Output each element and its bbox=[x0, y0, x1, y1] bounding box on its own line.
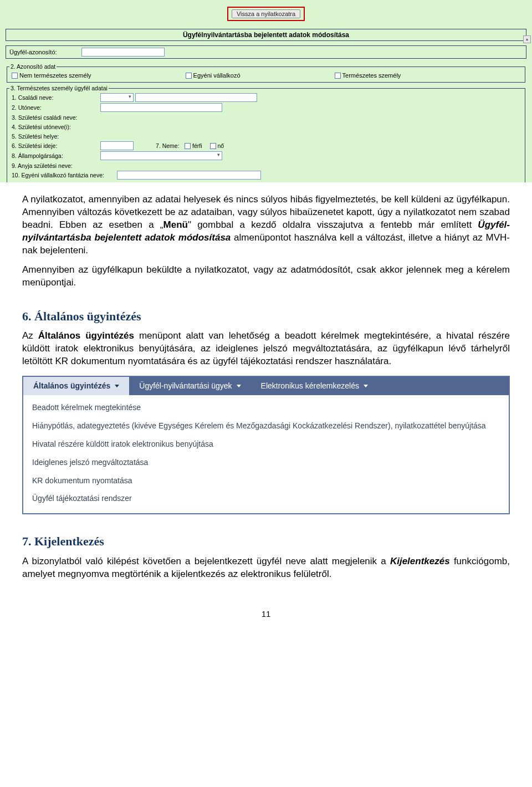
menu-screenshot: Általános ügyintézés Ügyfél-nyilvántartá… bbox=[22, 376, 510, 514]
cb-label: nő bbox=[218, 142, 224, 149]
chevron-down-icon bbox=[364, 385, 368, 387]
azonosito-adat-legend: 2. Azonosító adat bbox=[9, 63, 57, 70]
text-bold-menu: Menü bbox=[163, 219, 188, 230]
menu-item[interactable]: Ideiglenes jelszó megváltoztatása bbox=[23, 453, 509, 472]
label-utoneve: 2. Utóneve: bbox=[12, 104, 100, 111]
ugyfel-azonosito-label: Ügyfél-azonosító: bbox=[9, 49, 81, 55]
checkbox-icon bbox=[185, 143, 191, 149]
chevron-down-icon bbox=[115, 385, 119, 387]
label-anyja-neve: 9. Anyja születési neve: bbox=[12, 162, 100, 169]
paragraph-instructions: A nyilatkozatot, amennyiben az adatai he… bbox=[22, 193, 510, 257]
menu-item[interactable]: Hivatal részére küldött iratok elektroni… bbox=[23, 435, 509, 453]
ugyfel-azonosito-panel: Ügyfél-azonosító: bbox=[6, 45, 526, 59]
text-run: A bizonylatból való kilépést követően a … bbox=[22, 556, 390, 566]
tab-label: Elektronikus kérelemkezelés bbox=[261, 381, 359, 391]
ugyfel-azonosito-input[interactable] bbox=[81, 48, 165, 57]
page-number: 11 bbox=[22, 609, 510, 620]
label-neme: 7. Neme: bbox=[156, 142, 185, 149]
heading-kijelentkezes: 7. Kijelentkezés bbox=[22, 533, 510, 550]
text-run: " gombbal a kezdő oldalra visszajutva a … bbox=[188, 219, 478, 230]
tab-ugyfel-nyilvantartas[interactable]: Ügyfél-nyilvántartási ügyek bbox=[129, 377, 250, 395]
document-body: A nyilatkozatot, amennyiben az adatai he… bbox=[0, 182, 532, 642]
paragraph-altalanos: Az Általános ügyintézés menüpont alatt v… bbox=[22, 330, 510, 368]
cb-item-nem-termeszetes[interactable]: Nem természetes személy bbox=[12, 72, 91, 79]
menu-tabs: Általános ügyintézés Ügyfél-nyilvántartá… bbox=[23, 377, 509, 395]
panel-title-box: Ügyfélnyilvántartásba bejelentett adatok… bbox=[6, 29, 526, 41]
cb-item-termeszetes[interactable]: Természetes személy bbox=[335, 72, 401, 79]
csaladi-neve-input[interactable] bbox=[135, 93, 257, 102]
allampolgarsaga-select[interactable] bbox=[100, 151, 222, 160]
menu-item[interactable]: Ügyfél tájékoztatási rendszer bbox=[23, 489, 509, 508]
back-button[interactable]: Vissza a nyilatkozatra bbox=[232, 9, 300, 18]
tab-altalanos-ugyintezes[interactable]: Általános ügyintézés bbox=[23, 377, 129, 395]
checkbox-icon bbox=[335, 73, 341, 79]
tab-label: Ügyfél-nyilvántartási ügyek bbox=[139, 381, 232, 391]
fantazia-neve-input[interactable] bbox=[117, 171, 261, 180]
label-allampolgarsaga: 8. Állampolgársága: bbox=[12, 152, 100, 159]
scroll-up-icon[interactable]: ▴ bbox=[523, 35, 531, 43]
checkbox-icon bbox=[210, 143, 216, 149]
cb-label: férfi bbox=[192, 142, 202, 149]
cb-item-no[interactable]: nő bbox=[210, 142, 224, 149]
cb-item-egyeni-vallalkozo[interactable]: Egyéni vállalkozó bbox=[186, 72, 241, 79]
highlight-box: Vissza a nyilatkozatra bbox=[227, 7, 305, 21]
paragraph-note: Amennyiben az ügyfélkapun beküldte a nyi… bbox=[22, 264, 510, 289]
menu-item[interactable]: Beadott kérelmek megtekintése bbox=[23, 398, 509, 417]
label-fantazia-neve: 10. Egyéni vállalkozó fantázia neve: bbox=[12, 172, 117, 178]
heading-altalanos-ugyintezes: 6. Általános ügyintézés bbox=[22, 308, 510, 325]
utoneve-input[interactable] bbox=[100, 103, 222, 112]
label-szul-hely: 5. Születési helye: bbox=[12, 133, 100, 140]
termeszetes-szemely-legend: 3. Természetes személy ügyfél adatai bbox=[9, 85, 109, 91]
checkbox-icon bbox=[12, 73, 18, 79]
tab-elektronikus-kerelemkezeles[interactable]: Elektronikus kérelemkezelés bbox=[251, 377, 378, 395]
checkbox-icon bbox=[186, 73, 192, 79]
azonosito-adat-group: 2. Azonosító adat Nem természetes személ… bbox=[7, 63, 525, 83]
szul-ideje-input[interactable] bbox=[100, 141, 134, 150]
label-szul-csaladi: 3. Születési családi neve: bbox=[12, 114, 100, 121]
panel-title: Ügyfélnyilvántartásba bejelentett adatok… bbox=[6, 29, 526, 40]
chevron-down-icon bbox=[237, 385, 241, 387]
text-bolditalic-kijelentkezes: Kijelentkezés bbox=[390, 556, 450, 566]
menu-item[interactable]: KR dokumentum nyomtatása bbox=[23, 472, 509, 490]
cb-item-ferfi[interactable]: férfi bbox=[185, 142, 202, 149]
text-bold-altalanos: Általános ügyintézés bbox=[38, 330, 134, 341]
back-button-frame: Vissza a nyilatkozatra bbox=[6, 4, 526, 29]
termeszetes-szemely-group: 3. Természetes személy ügyfél adatai 1. … bbox=[7, 85, 525, 182]
cb-label: Természetes személy bbox=[342, 72, 401, 79]
label-szul-ideje: 6. Születési ideje: bbox=[12, 142, 100, 149]
text-run: Az bbox=[22, 330, 38, 341]
cb-label: Nem természetes személy bbox=[19, 72, 91, 79]
label-szul-utonev: 4. Születési utóneve(i): bbox=[12, 124, 100, 130]
tab-label: Általános ügyintézés bbox=[33, 381, 110, 391]
csaladi-prefix-select[interactable] bbox=[100, 93, 134, 102]
form-screenshot-region: Vissza a nyilatkozatra ▴ Ügyfélnyilvánta… bbox=[0, 0, 532, 182]
paragraph-kijelentkezes: A bizonylatból való kilépést követően a … bbox=[22, 555, 510, 581]
cb-label: Egyéni vállalkozó bbox=[193, 72, 241, 79]
menu-dropdown-list: Beadott kérelmek megtekintése Hiánypótlá… bbox=[23, 395, 509, 513]
label-csaladi-neve: 1. Családi neve: bbox=[12, 94, 100, 101]
menu-item[interactable]: Hiánypótlás, adategyeztetés (kivéve Egys… bbox=[23, 417, 509, 435]
